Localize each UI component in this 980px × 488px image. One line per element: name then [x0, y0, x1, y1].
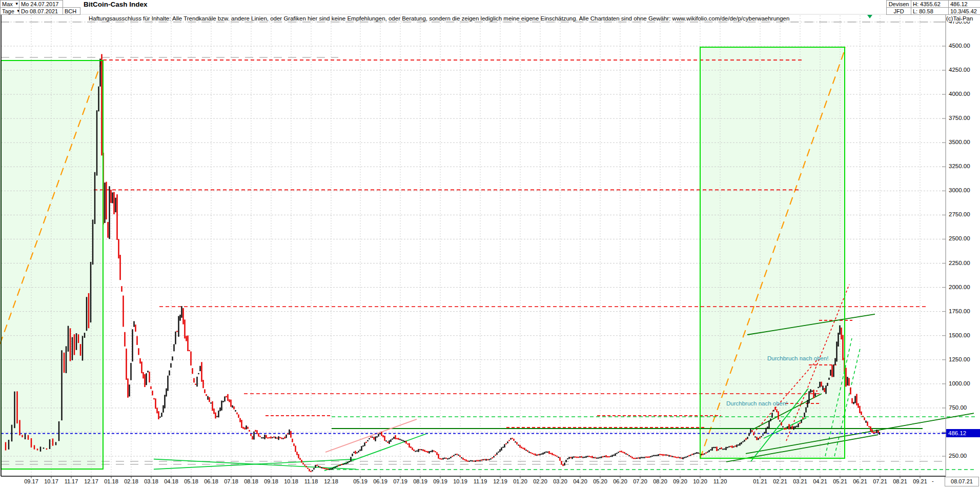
y-axis-label: 3750.00	[949, 115, 970, 121]
x-axis-label: 05.18	[182, 478, 200, 484]
chart-window: Max ▼ Mo 24.07.2017 Tage ▼ Do 08.07.2021…	[0, 0, 980, 488]
change-cell: 10.3/45.42	[948, 7, 980, 15]
date-from-cell: Mo 24.07.2017	[19, 0, 63, 8]
low-label: L: 80.58	[913, 8, 933, 14]
y-axis-label: 2000.00	[949, 284, 970, 290]
x-axis-label: 09.18	[262, 478, 280, 484]
x-axis-label: 07.20	[631, 478, 649, 484]
price-badge-tick	[942, 433, 946, 434]
annotation-durchbruch-2: Durchbruch nach oben!	[726, 400, 788, 406]
y-axis-label: 1250.00	[949, 356, 970, 362]
x-axis-label: 11.17	[63, 478, 80, 484]
market-cell: Devisen	[886, 0, 911, 8]
trend-line-salmon	[325, 419, 417, 452]
x-axis-label: 10.20	[691, 478, 709, 484]
y-axis-label: 2500.00	[949, 235, 970, 241]
x-axis-label: 01.21	[751, 478, 769, 484]
x-axis-label: 11.18	[302, 478, 320, 484]
x-axis-label: 02.20	[532, 478, 549, 484]
x-axis-label: 05.21	[831, 478, 849, 484]
y-axis-label: 1750.00	[949, 308, 970, 314]
last-price-cell: 486.12	[948, 0, 980, 8]
x-axis-label: 04.20	[571, 478, 589, 484]
price-chart[interactable]	[0, 0, 980, 488]
annotation-durchbruch-1: Durchbruch nach oben!	[767, 355, 829, 361]
symbol-cell: BCH	[63, 7, 80, 15]
y-axis-label: 250.00	[949, 453, 967, 459]
green-triangle-icon	[867, 15, 872, 18]
x-axis-label: 11.19	[472, 478, 489, 484]
period-dropdown[interactable]: Tage ▼	[0, 7, 19, 15]
market-label: Devisen	[889, 1, 909, 7]
x-axis-label: 07.19	[392, 478, 409, 484]
copyright-label: (c)Tai-Pan	[946, 15, 980, 22]
x-axis-label: 10.17	[43, 478, 60, 484]
symbol-label: BCH	[65, 8, 76, 14]
y-axis-label: 2250.00	[949, 260, 970, 266]
x-axis-label: 08.18	[242, 478, 260, 484]
last-price-label: 486.12	[950, 1, 968, 7]
low-cell: L: 80.58	[911, 7, 949, 15]
high-label: H: 4355.62	[913, 1, 941, 7]
page-title: BitCoin-Cash Index	[84, 1, 148, 8]
high-cell: H: 4355.62	[911, 0, 949, 8]
y-axis-label: 750.00	[949, 404, 967, 411]
x-axis-label: 12.19	[492, 478, 509, 484]
x-axis-label: 10.18	[282, 478, 300, 484]
x-axis-label: 03.21	[791, 478, 809, 484]
x-axis-label: 09.20	[671, 478, 689, 484]
price-badge: 486.12	[946, 429, 980, 437]
y-axis-label: 1500.00	[949, 332, 970, 338]
y-axis-label: 4250.00	[949, 67, 970, 73]
x-axis-label: 02.21	[771, 478, 789, 484]
x-axis-label: 08.21	[891, 478, 909, 484]
x-axis-label: 11.20	[711, 478, 729, 484]
x-axis-label: 07.18	[222, 478, 240, 484]
x-axis-label: 04.21	[811, 478, 829, 484]
broker-label: JFD	[893, 8, 904, 14]
x-axis-label: 02.18	[122, 478, 140, 484]
y-axis-label: 1000.00	[949, 380, 970, 387]
date-from-label: Mo 24.07.2017	[21, 1, 58, 7]
x-axis-label: 04.18	[162, 478, 180, 484]
x-axis-label: 08.19	[412, 478, 429, 484]
x-axis-label: 06.19	[372, 478, 389, 484]
y-axis-label: 3500.00	[949, 139, 970, 145]
y-axis-label: 4500.00	[949, 43, 970, 49]
x-axis-label: 05.19	[352, 478, 369, 484]
axis-dash-label: -	[932, 478, 934, 484]
x-axis-label: 03.18	[142, 478, 160, 484]
x-axis-label: 07.21	[871, 478, 889, 484]
range-dropdown-label: Max	[2, 1, 13, 7]
x-axis-label: 06.21	[851, 478, 869, 484]
x-axis-label: 09.19	[432, 478, 449, 484]
y-axis-label: 3000.00	[949, 187, 970, 193]
x-axis-label: 05.20	[591, 478, 609, 484]
range-dropdown[interactable]: Max ▼	[0, 0, 19, 8]
date-to-label: Do 08.07.2021	[21, 8, 58, 14]
y-axis-label: 4000.00	[949, 91, 970, 97]
chevron-down-icon: ▼	[15, 2, 19, 6]
x-axis-label: 01.20	[512, 478, 529, 484]
period-dropdown-label: Tage	[2, 8, 14, 14]
y-axis-label: 3250.00	[949, 163, 970, 169]
x-axis-label: 09.17	[23, 478, 40, 484]
x-axis-label: 09.21	[911, 478, 929, 484]
x-axis-label: 06.18	[202, 478, 220, 484]
x-axis-label: 12.17	[83, 478, 100, 484]
broker-cell: JFD	[886, 7, 911, 15]
x-axis-label: 12.18	[322, 478, 340, 484]
x-axis-label: 08.20	[651, 478, 669, 484]
x-axis-label: 03.20	[552, 478, 569, 484]
change-label: 10.3/45.42	[950, 8, 977, 14]
x-axis-label: 06.20	[611, 478, 629, 484]
axis-corner-date: 08.07.21	[945, 477, 979, 486]
date-to-cell: Do 08.07.2021	[19, 7, 63, 15]
y-axis-label: 2750.00	[949, 211, 970, 217]
x-axis-label: 01.18	[103, 478, 120, 484]
x-axis-label: 10.19	[452, 478, 469, 484]
disclaimer-text: Haftungsausschluss für Inhalte: Alle Tre…	[89, 15, 789, 22]
